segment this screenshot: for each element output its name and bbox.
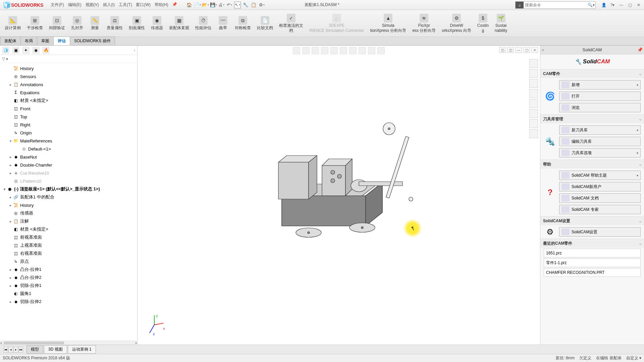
open-icon[interactable]: 📂 [202,2,209,8]
tool-new-button[interactable]: 新刀具库 [559,125,641,135]
tool-options-button[interactable]: 刀具库选项 [559,148,641,158]
cam-browse-button[interactable]: 浏览 [559,103,641,112]
view-orient-icon[interactable] [330,47,338,54]
tree-node[interactable]: ▸◆凸台-拉伸1 [0,265,137,274]
btab-first[interactable]: ⏮ [3,347,8,353]
feature-tree[interactable]: 📜History◎Sensors▸📋AnnotationsΣEquations◧… [0,63,137,341]
tab-SOLIDWORKS 插件[interactable]: SOLIDWORKS 插件 [70,37,115,45]
tree-node[interactable]: 📜History [0,64,137,72]
menu-view[interactable]: 视图(V) [84,2,101,8]
recent-item[interactable]: 1651.prz [544,249,641,257]
tree-node[interactable]: ▦LPattern10 [0,177,137,185]
menu-help[interactable]: 帮助(H) [153,2,170,8]
tab-评估[interactable]: 评估 [53,37,70,45]
ribbon-FloXpress-分析向导[interactable]: ≋FloXpress 分析向导 [410,11,438,35]
tree-node[interactable]: ▾◉(-) 顶垫板座<1> (默认<<默认>_显示状态 1>) [0,185,137,193]
ribbon-间隙验证[interactable]: ⊡间隙验证 [46,11,68,35]
tree-node[interactable]: ▸📋Annotations [0,80,137,88]
vp-maximize[interactable]: ▢ [523,47,530,53]
tree-node[interactable]: ◫Top [0,113,137,121]
tree-node[interactable]: ◫上视基准面 [0,241,137,249]
ribbon-干涉检查[interactable]: ⊞干涉检查 [24,11,46,35]
menu-window[interactable]: 窗口(W) [134,2,152,8]
vp-btn2[interactable]: ◫ [507,47,514,53]
taskpane-file-explorer-icon[interactable] [529,89,538,98]
options-icon[interactable]: 📋 [250,2,257,8]
tree-filter[interactable]: ▽ ▾ [0,55,137,63]
menu-edit[interactable]: 编辑(E) [66,2,84,8]
tree-node[interactable]: ▸◆BaseNut [0,153,137,161]
save-icon[interactable]: 💾 [210,2,217,8]
cam-part-header[interactable]: CAM零件⌵ [540,69,644,78]
prev-view-icon[interactable] [312,47,319,54]
home-icon[interactable]: 🏠 [186,2,193,8]
tree-node[interactable]: ◫Front [0,105,137,113]
undo-icon[interactable]: ↶ [226,2,233,8]
tree-node[interactable]: ◐圆角1 [0,290,137,298]
tree-node[interactable]: ◫右视基准面 [0,249,137,257]
taskpane-home-icon[interactable] [529,59,538,68]
recent-item[interactable]: 零件1-1.prz [544,258,641,267]
help-header[interactable]: 帮助⌵ [540,160,644,169]
tab-装配体[interactable]: 装配体 [0,37,21,45]
solidcam-settings-button[interactable]: SolidCAM设置 [559,227,641,237]
ribbon-SimulationXpress-分析向导[interactable]: ▲SimulationXpress 分析向导 [367,11,409,35]
tree-node[interactable]: ◧材质 <未指定> [0,225,137,233]
tree-node[interactable]: ◫Right [0,121,137,129]
taskpane-solidcam-icon[interactable] [529,129,538,138]
panel-pin-icon[interactable]: 📌 [637,47,643,52]
ribbon-比较文档[interactable]: 📄比较文档 [254,11,276,35]
tree-node[interactable]: ↳原点 [0,257,137,265]
maximize-icon[interactable]: ▢ [627,2,633,8]
ribbon-检查激活的文档[interactable]: ✓检查激活的文档 [276,11,306,35]
menu-tools[interactable]: 工具(T) [117,2,134,8]
vp-minimize[interactable]: — [515,47,522,53]
tree-node[interactable]: ◧材质 <未指定> [0,97,137,105]
select-icon[interactable]: ↖ [234,2,241,8]
btab-next[interactable]: ▸ [13,347,18,353]
search-command[interactable]: ⌕ 🔍▾ [515,1,596,9]
tree-node[interactable]: ΣEquations [0,88,137,97]
btab-3dview[interactable]: 3D 视图 [44,345,67,354]
minimize-icon[interactable]: — [618,2,625,8]
rebuild-icon[interactable]: 🔧 [242,2,249,8]
tree-node[interactable]: ▸🔗装配体1 中的配合 [0,193,137,201]
tree-node[interactable]: ◎Sensors [0,72,137,80]
ribbon-质量属性[interactable]: ⚖质量属性 [104,11,125,35]
ribbon-性能评估[interactable]: ⏱性能评估 [193,11,214,35]
tree-node[interactable]: ▸📋注解 [0,217,137,225]
tree-node[interactable]: ◇Default-<1> [0,145,137,153]
print-icon[interactable]: 🖨 [218,2,225,8]
taskpane-resources-icon[interactable] [529,69,538,78]
taskpane-design-library-icon[interactable] [529,79,538,88]
help-topics-button[interactable]: SolidCAM 帮助主题 [559,171,641,180]
ribbon-设计算例[interactable]: 📐设计算例 [2,11,23,35]
tool-lib-header[interactable]: 刀具库管理⌵ [540,115,644,123]
recent-item[interactable]: CHAMFER RECOGNITION.PRT [544,268,641,277]
vp-close[interactable]: ✕ [531,47,538,53]
btab-prev[interactable]: ◂ [8,347,13,353]
search-input[interactable] [524,3,587,7]
panel-expand-icon[interactable]: › [134,48,135,53]
apply-scene-icon[interactable] [368,47,375,54]
close-icon[interactable]: ✕ [635,2,642,8]
tree-node[interactable]: ▾📁MateReferences [0,137,137,145]
tree-node[interactable]: ▸◆Cut-Revolve10 [0,169,137,177]
ribbon-传感器[interactable]: ◉传感器 [148,11,166,35]
help-icon[interactable]: ?▾ [609,2,616,8]
help-docs-button[interactable]: SolidCAM 文档 [559,193,641,203]
view-settings-icon[interactable] [377,47,385,54]
tree-node[interactable]: ▸📜History [0,201,137,209]
tree-node[interactable]: ▸◆凸台-拉伸2 [0,274,137,282]
ribbon-对称检查[interactable]: ⧉对称检查 [232,11,254,35]
recent-header[interactable]: 最近的CAM零件⌵ [540,239,644,248]
3d-viewport[interactable]: ◫ ◫ — ▢ ✕ [138,46,540,345]
btab-model[interactable]: 模型 [26,345,43,354]
tree-node[interactable]: ▸◆切除-拉伸1 [0,282,137,290]
ribbon-Costing[interactable]: $Costing [475,11,491,35]
search-go-icon[interactable]: 🔍▾ [587,3,595,7]
configuration-icon[interactable]: ✦ [22,47,30,54]
display-style-icon[interactable] [340,47,347,54]
settings-icon[interactable]: ⚙ [258,2,265,8]
menu-insert[interactable]: 插入(I) [101,2,117,8]
